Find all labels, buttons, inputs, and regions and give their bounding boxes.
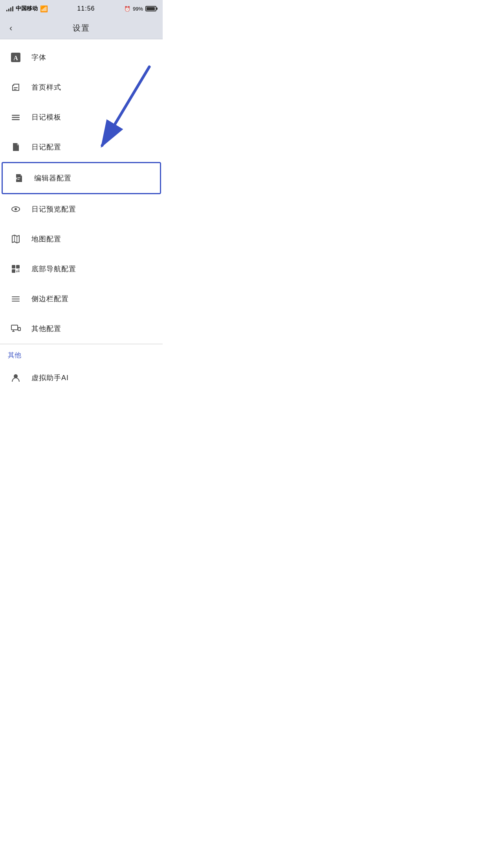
page-title: 设置 <box>73 23 90 33</box>
status-bar: 中国移动 📶 11:56 ⏰ 99% <box>0 0 163 17</box>
file-icon <box>8 139 24 155</box>
sidebar-icon <box>8 291 24 307</box>
diary-config-label: 日记配置 <box>31 142 61 152</box>
back-button[interactable]: ‹ <box>6 20 15 37</box>
other-section-header: 其他 <box>0 344 163 363</box>
svg-rect-17 <box>18 271 20 272</box>
font-label: 字体 <box>31 53 46 62</box>
other-config-label: 其他配置 <box>31 324 61 333</box>
battery-fill <box>147 7 155 10</box>
svg-text:A: A <box>13 55 18 61</box>
settings-item-map-config[interactable]: 地图配置 <box>0 224 163 254</box>
sidebar-config-label: 侧边栏配置 <box>31 294 69 303</box>
status-left: 中国移动 📶 <box>6 5 48 13</box>
editor-icon <box>11 170 26 186</box>
wifi-icon: 📶 <box>40 5 48 13</box>
svg-rect-21 <box>12 301 20 302</box>
home-style-label: 首页样式 <box>31 83 61 92</box>
diary-preview-label: 日记预览配置 <box>31 204 76 214</box>
svg-rect-4 <box>14 87 18 88</box>
svg-rect-6 <box>12 115 20 116</box>
settings-list: A 字体 首页样式 日记模板 <box>0 39 163 393</box>
nav-header: ‹ 设置 <box>0 17 163 39</box>
battery-icon <box>145 6 156 11</box>
editor-config-label: 编辑器配置 <box>34 173 72 183</box>
svg-rect-8 <box>12 119 20 120</box>
settings-item-font[interactable]: A 字体 <box>0 42 163 72</box>
svg-rect-14 <box>16 265 20 268</box>
svg-rect-15 <box>12 269 15 273</box>
settings-item-sidebar-config[interactable]: 侧边栏配置 <box>0 284 163 314</box>
svg-rect-13 <box>12 265 15 268</box>
bottom-nav-label: 底部导航配置 <box>31 264 76 274</box>
status-right: ⏰ 99% <box>124 6 156 12</box>
map-icon <box>8 231 24 247</box>
settings-item-diary-preview[interactable]: 日记预览配置 <box>0 194 163 224</box>
other-section-title: 其他 <box>8 351 21 359</box>
grid-icon <box>8 261 24 277</box>
alarm-icon: ⏰ <box>124 6 130 12</box>
battery-percent: 99% <box>133 6 143 12</box>
settings-item-diary-config[interactable]: 日记配置 <box>0 132 163 162</box>
menu-icon <box>8 109 24 125</box>
svg-rect-5 <box>14 89 17 90</box>
svg-rect-20 <box>12 299 20 300</box>
settings-item-editor-config[interactable]: 编辑器配置 <box>2 162 161 194</box>
settings-item-virtual-assistant[interactable]: 虚拟助手AI <box>0 363 163 393</box>
virtual-assistant-label: 虚拟助手AI <box>31 373 69 383</box>
font-icon: A <box>8 50 24 65</box>
settings-item-home-style[interactable]: 首页样式 <box>0 72 163 102</box>
carrier-label: 中国移动 <box>16 5 38 12</box>
settings-item-bottom-nav[interactable]: 底部导航配置 <box>0 254 163 284</box>
status-time: 11:56 <box>77 5 95 12</box>
svg-rect-16 <box>18 270 20 270</box>
svg-rect-19 <box>12 296 20 297</box>
settings-item-diary-template[interactable]: 日记模板 <box>0 102 163 132</box>
svg-rect-23 <box>18 327 20 331</box>
theme-icon <box>8 79 24 95</box>
svg-rect-22 <box>11 325 18 330</box>
eye-icon <box>8 201 24 217</box>
map-config-label: 地图配置 <box>31 234 61 244</box>
svg-rect-18 <box>17 270 17 272</box>
settings-item-other-config[interactable]: 其他配置 <box>0 314 163 344</box>
screen-icon <box>8 321 24 337</box>
svg-rect-7 <box>12 117 20 118</box>
signal-icon <box>6 6 13 11</box>
person-icon <box>8 370 24 386</box>
svg-point-10 <box>15 208 17 210</box>
diary-template-label: 日记模板 <box>31 112 61 122</box>
